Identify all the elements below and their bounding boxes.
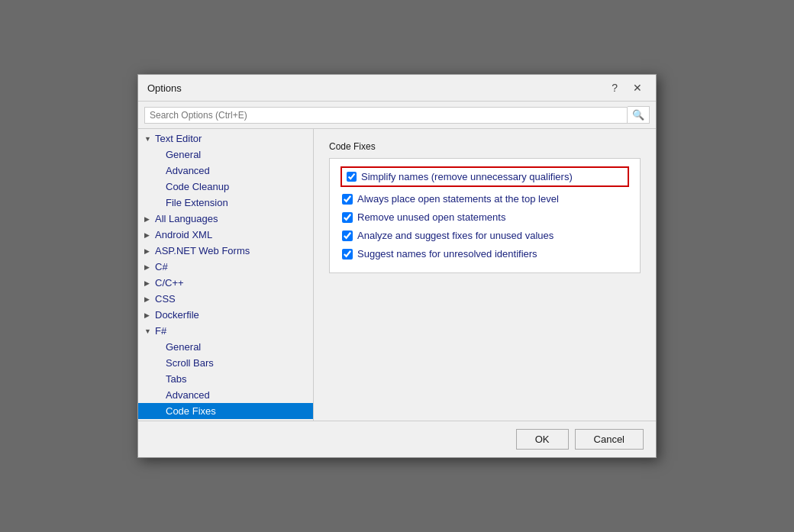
checkbox-remove-unused[interactable] [342,212,353,223]
search-button[interactable]: 🔍 [628,106,650,124]
tree-item-css[interactable]: ▶ CSS [138,291,313,307]
tree-item-label: Advanced [166,165,210,176]
close-button[interactable]: ✕ [628,81,647,95]
tree-item-fsharp-advanced[interactable]: Advanced [138,387,313,403]
tree-item-label: C# [155,261,168,272]
highlighted-checkbox-row: Simplify names (remove unnecessary quali… [341,166,629,187]
search-input[interactable] [144,107,628,124]
tree-item-aspnet[interactable]: ▶ ASP.NET Web Forms [138,243,313,259]
tree-item-dockerfile[interactable]: ▶ Dockerfile [138,307,313,323]
tree-item-fsharp-tabs[interactable]: Tabs [138,371,313,387]
tree-item-label: ASP.NET Web Forms [155,245,250,256]
tree-item-label: F# [155,325,166,337]
tree-item-file-extension[interactable]: File Extension [138,195,313,211]
tree-item-all-languages[interactable]: ▶ All Languages [138,211,313,227]
titlebar: Options ? ✕ [138,75,656,102]
tree-item-label: CSS [155,293,176,305]
arrow-icon: ▶ [144,263,155,271]
arrow-icon: ▶ [144,247,155,255]
tree-item-label: Code Fixes [166,405,216,417]
tree-item-fsharp-general[interactable]: General [138,339,313,355]
tree-item-label: Scroll Bars [166,357,214,369]
arrow-icon: ▶ [144,279,155,287]
cancel-button[interactable]: Cancel [575,429,644,450]
checkbox-row-always-place: Always place open statements at the top … [341,192,629,206]
checkbox-row-analyze-suggest: Analyze and suggest fixes for unused val… [341,228,629,243]
tree-item-label: C/C++ [155,277,184,289]
checkbox-row-suggest-names: Suggest names for unresolved identifiers [341,247,629,261]
tree-item-advanced[interactable]: Advanced [138,163,313,179]
tree-item-label: General [166,341,201,353]
dialog-footer: OK Cancel [138,421,656,457]
arrow-icon: ▶ [144,295,155,303]
search-icon: 🔍 [632,109,644,121]
tree-item-label: Tabs [166,373,186,385]
checkbox-suggest-names[interactable] [342,249,353,260]
tree-item-label: Advanced [166,389,210,401]
tree-item-android-xml[interactable]: ▶ Android XML [138,227,313,243]
tree-item-label: Dockerfile [155,309,199,321]
section-label: Code Fixes [329,141,641,152]
tree-item-cpp[interactable]: ▶ C/C++ [138,275,313,291]
right-panel: Code Fixes Simplify names (remove unnece… [314,129,656,421]
checkbox-label-simplify-names: Simplify names (remove unnecessary quali… [361,171,573,182]
tree-item-label: Text Editor [155,133,202,144]
tree-item-fsharp-codefixes[interactable]: Code Fixes [138,403,313,419]
checkbox-label-remove-unused: Remove unused open statements [357,211,505,223]
search-bar: 🔍 [138,102,656,129]
options-dialog: Options ? ✕ 🔍 ▼ Text Editor General Adva… [137,74,657,458]
tree-item-text-editor[interactable]: ▼ Text Editor [138,131,313,147]
arrow-icon: ▶ [144,231,155,239]
help-button[interactable]: ? [607,81,622,95]
tree-item-code-cleanup[interactable]: Code Cleanup [138,179,313,195]
tree-item-label: File Extension [166,197,228,208]
checkbox-always-place[interactable] [342,194,353,205]
arrow-icon: ▼ [144,135,155,143]
tree-item-label: Android XML [155,229,212,240]
arrow-icon: ▶ [144,311,155,319]
dialog-title: Options [147,82,182,94]
tree-panel: ▼ Text Editor General Advanced Code Clea… [138,129,314,421]
tree-item-label: Code Cleanup [166,181,229,192]
tree-item-label: All Languages [155,213,218,224]
checkbox-label-analyze-suggest: Analyze and suggest fixes for unused val… [357,230,554,241]
tree-item-general[interactable]: General [138,147,313,163]
arrow-icon: ▼ [144,327,155,335]
checkbox-label-always-place: Always place open statements at the top … [357,193,559,205]
tree-item-fsharp[interactable]: ▼ F# [138,323,313,339]
main-content: ▼ Text Editor General Advanced Code Clea… [138,129,656,421]
checkbox-simplify-names[interactable] [347,172,357,182]
tree-item-label: General [166,149,201,160]
checkbox-row-remove-unused: Remove unused open statements [341,210,629,224]
checkbox-analyze-suggest[interactable] [342,231,353,241]
tree-item-csharp[interactable]: ▶ C# [138,259,313,275]
ok-button[interactable]: OK [516,429,569,450]
code-fixes-box: Simplify names (remove unnecessary quali… [329,158,641,273]
checkbox-label-suggest-names: Suggest names for unresolved identifiers [357,248,537,260]
tree-item-fsharp-scrollbars[interactable]: Scroll Bars [138,355,313,371]
titlebar-controls: ? ✕ [607,81,647,95]
arrow-icon: ▶ [144,215,155,223]
